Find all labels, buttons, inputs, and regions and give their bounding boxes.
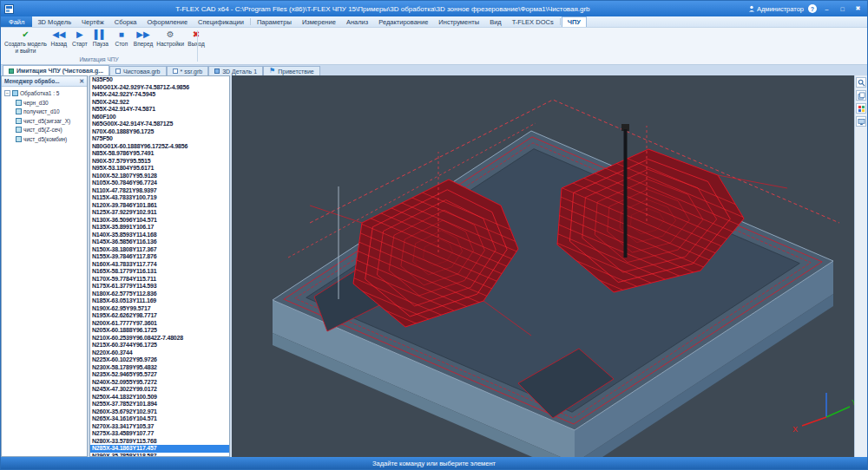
settings-button[interactable]: ⚙Настройки <box>155 29 186 56</box>
tree-item-label: чист_d5(Z-сеч) <box>23 127 62 133</box>
menu-tab-чпу[interactable]: ЧПУ <box>562 16 587 27</box>
gcode-line[interactable]: N40G01X-242.929Y-74.5871Z-4.9856 <box>90 84 229 92</box>
gcode-line[interactable]: N250X-44.1832Y100.509 <box>90 394 229 401</box>
menu-separator <box>250 18 251 25</box>
gcode-line[interactable]: N150X-38.1808Y117.367 <box>90 246 229 254</box>
gcode-line[interactable]: N230X-58.1789Y95.4832 <box>90 364 229 372</box>
document-tab[interactable]: Чистовая.grb <box>109 66 166 75</box>
gcode-line[interactable]: N75F50 <box>90 135 229 143</box>
gcode-line[interactable]: N90X-57.579Y95.5515 <box>90 158 229 166</box>
forward-button[interactable]: ▶▶Вперед <box>132 29 155 56</box>
gcode-line[interactable]: N45X-242.922Y-74.5945 <box>90 91 229 99</box>
gcode-line[interactable]: N60F100 <box>90 114 229 121</box>
gcode-line[interactable]: N210X-60.2539Y96.0842Z-7.48028 <box>90 335 229 343</box>
gcode-line[interactable]: N225X-60.1022Y95.9726 <box>90 356 229 364</box>
gcode-line[interactable]: N205X-60.1888Y96.1725 <box>90 327 229 335</box>
gcode-panel[interactable]: N35F50N40G01X-242.929Y-74.5871Z-4.9856N4… <box>89 75 230 457</box>
gcode-line[interactable]: N160X-43.7833Y117.774 <box>90 261 229 269</box>
tree-root[interactable]: − Обработка1 : 5 <box>2 88 87 98</box>
start-button[interactable]: ▶Старт <box>69 29 90 56</box>
gcode-line[interactable]: N55X-242.914Y-74.5871 <box>90 106 229 114</box>
pause-button[interactable]: ▌▌Пауза <box>90 29 111 56</box>
menu-tab-редактирование[interactable]: Редактирование <box>373 16 433 27</box>
display-icon[interactable] <box>856 116 866 127</box>
gcode-line[interactable]: N260X-35.6792Y102.971 <box>90 408 229 416</box>
gcode-line[interactable]: N190X-62.95Y99.5717 <box>90 305 229 313</box>
user-menu[interactable]: Администратор <box>748 5 804 13</box>
menu-tab-инструменты[interactable]: Инструменты <box>433 16 484 27</box>
gcode-line[interactable]: N115X-43.7833Y100.719 <box>90 194 229 202</box>
gcode-line[interactable]: N185X-63.0513Y111.169 <box>90 297 229 305</box>
gcode-line[interactable]: N155X-39.7846Y117.876 <box>90 253 229 261</box>
3d-viewport[interactable]: X Y <box>232 75 854 457</box>
menu-tab-измерение[interactable]: Измерение <box>297 16 341 27</box>
gcode-line[interactable]: N105X-50.7846Y96.7724 <box>90 180 229 187</box>
back-button[interactable]: ◀◀Назад <box>49 29 69 56</box>
gcode-line[interactable]: N50X-242.922 <box>90 99 229 107</box>
gcode-line[interactable]: N125X-37.9229Y102.911 <box>90 209 229 217</box>
gcode-line[interactable]: N65G00X-242.914Y-74.5871Z5 <box>90 121 229 128</box>
gcode-line[interactable]: N195X-62.6262Y98.7717 <box>90 312 229 320</box>
gcode-line[interactable]: N135X-35.8991Y106.17 <box>90 224 229 232</box>
document-tab[interactable]: 3D Деталь 1 <box>208 66 263 75</box>
panel-close-icon[interactable]: ✕ <box>79 78 84 85</box>
menu-tab-вид[interactable]: Вид <box>484 16 507 27</box>
gcode-line[interactable]: N130X-36.5096Y104.571 <box>90 217 229 225</box>
menu-tab-файл[interactable]: Файл <box>1 16 32 27</box>
gcode-line[interactable]: N80G01X-60.1888Y96.1725Z-4.9856 <box>90 143 229 151</box>
gcode-line[interactable]: N170X-59.7784Y115.711 <box>90 276 229 284</box>
exit-button[interactable]: ✖Выход <box>186 29 207 56</box>
zoom-icon[interactable] <box>856 77 866 88</box>
gcode-line[interactable]: N245X-47.3022Y99.0172 <box>90 386 229 394</box>
doc-tab-label: 3D Деталь 1 <box>222 69 257 75</box>
document-tab[interactable]: Имитация ЧПУ (Чистовая.g... <box>3 65 109 75</box>
close-button[interactable]: ✖ <box>852 3 864 14</box>
gcode-line[interactable]: N100X-52.1807Y95.9128 <box>90 173 229 180</box>
gcode-line[interactable]: N35F50 <box>90 76 229 84</box>
document-tab[interactable]: * ssr.grb <box>167 66 209 75</box>
help-button[interactable]: ? <box>808 4 817 13</box>
layers-icon[interactable] <box>856 90 866 101</box>
gcode-line[interactable]: N180X-62.5775Y112.836 <box>90 290 229 298</box>
menu-tab-спецификации[interactable]: Спецификации <box>193 16 249 27</box>
menu-tab-t-flex-docs[interactable]: T-FLEX DOCs <box>507 16 559 27</box>
stop-button[interactable]: ■Стоп <box>111 29 132 56</box>
tree-item[interactable]: черн_d30 <box>2 98 87 108</box>
gcode-line[interactable]: N95X-53.1804Y95.6171 <box>90 165 229 173</box>
gcode-line[interactable]: N235X-52.9465Y95.5727 <box>90 371 229 379</box>
tree-item[interactable]: чист_d5(зигзаг_X) <box>2 116 87 126</box>
gcode-line[interactable]: N280X-33.5789Y115.768 <box>90 438 229 446</box>
gcode-line[interactable]: N175X-61.3779Y114.593 <box>90 283 229 290</box>
palette-icon[interactable] <box>856 103 866 114</box>
gcode-line[interactable]: N255X-37.7852Y101.894 <box>90 401 229 408</box>
menu-tab-черт-ж[interactable]: Чертёж <box>76 16 109 27</box>
tree-item[interactable]: чист_d5(Z-сеч) <box>2 126 87 135</box>
gcode-line[interactable]: N200X-61.7777Y97.3601 <box>90 320 229 328</box>
gcode-line[interactable]: N140X-35.8593Y114.168 <box>90 232 229 239</box>
gcode-line[interactable]: N265X-34.1616Y104.571 <box>90 415 229 423</box>
maximize-button[interactable]: □ <box>837 3 848 14</box>
gcode-line[interactable]: N285X-34.1863Y117.457 <box>90 445 229 453</box>
menu-tab-сборка[interactable]: Сборка <box>109 16 142 27</box>
gcode-line[interactable]: N165X-58.1779Y116.131 <box>90 268 229 276</box>
gcode-line[interactable]: N120X-39.7846Y101.861 <box>90 202 229 210</box>
menu-tab-3d-модель[interactable]: 3D Модель <box>32 16 76 27</box>
gcode-line[interactable]: N275X-33.4589Y107.77 <box>90 430 229 438</box>
gcode-line[interactable]: N215X-60.3744Y96.1725 <box>90 342 229 349</box>
tree-item[interactable]: чист_d5(комбин) <box>2 134 87 144</box>
gcode-line[interactable]: N220X-60.3744 <box>90 349 229 357</box>
gcode-line[interactable]: N145X-36.5856Y116.136 <box>90 238 229 246</box>
gcode-line[interactable]: N110X-47.7821Y98.9397 <box>90 187 229 195</box>
menu-tab-оформление[interactable]: Оформление <box>142 16 194 27</box>
tree-item[interactable]: получист_d10 <box>2 108 87 117</box>
collapse-icon[interactable]: − <box>4 90 10 96</box>
menu-tab-параметры[interactable]: Параметры <box>252 16 297 27</box>
document-tab[interactable]: ⚑Приветствие <box>263 66 320 75</box>
gcode-line[interactable]: N70X-60.1888Y96.1725 <box>90 128 229 136</box>
gcode-line[interactable]: N85X-58.9786Y95.7491 <box>90 150 229 158</box>
menu-tab-анализ[interactable]: Анализ <box>341 16 373 27</box>
gcode-line[interactable]: N240X-52.0955Y95.7272 <box>90 379 229 387</box>
minimize-button[interactable]: – <box>821 3 832 14</box>
gcode-line[interactable]: N270X-33.3417Y105.37 <box>90 423 229 431</box>
create-model-exit-button[interactable]: ✔Создать модельи выйти <box>3 29 49 56</box>
